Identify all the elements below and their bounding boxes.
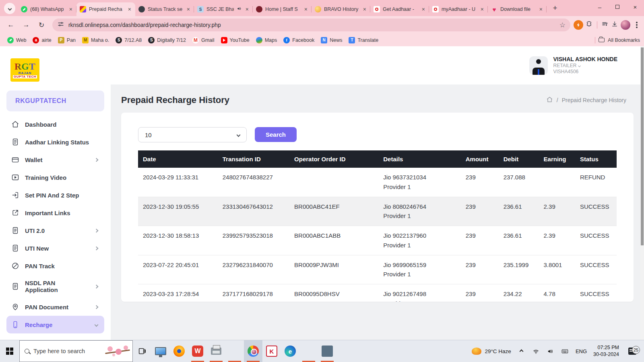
taskbar-app-printer[interactable]	[207, 340, 225, 362]
tab-close-icon[interactable]: ×	[480, 6, 485, 12]
search-button[interactable]: Search	[255, 127, 297, 142]
bookmark-item[interactable]: YouTube	[218, 36, 253, 45]
taskbar-app-wps[interactable]: W	[188, 340, 207, 362]
language-indicator[interactable]: ENG	[576, 348, 587, 354]
downloads-icon[interactable]	[611, 21, 618, 29]
sidebar-item-training-video[interactable]: Training Video	[6, 169, 104, 186]
tray-expand-button[interactable]	[518, 350, 526, 353]
tab-close-icon[interactable]: ×	[303, 6, 308, 12]
taskbar-app-file-explorer[interactable]	[225, 340, 244, 362]
tab-close-icon[interactable]: ×	[68, 6, 73, 12]
all-bookmarks[interactable]: All Bookmarks	[595, 37, 640, 43]
browser-tab[interactable]: Get Aadhaar -×	[370, 2, 429, 16]
tab-close-icon[interactable]: ×	[186, 6, 191, 12]
menu-kebab-icon[interactable]	[636, 24, 638, 26]
maximize-button[interactable]	[609, 0, 626, 14]
scrollbar-thumb[interactable]	[641, 47, 644, 245]
sidebar-item-recharge[interactable]: Recharge	[6, 316, 104, 333]
sidebar-item-pan-track[interactable]: PAN Track	[6, 257, 104, 275]
sidebar-item-aadhar-linking-status[interactable]: Aadhar Linking Status	[6, 133, 104, 151]
tab-search-button[interactable]	[4, 3, 15, 14]
sidebar-item-set-pin-and-2-step[interactable]: Set PIN And 2 Step	[6, 186, 104, 204]
user-role-dropdown[interactable]: RETAILER	[553, 63, 617, 69]
home-icon[interactable]	[546, 96, 553, 104]
lightning-extension-icon[interactable]	[574, 20, 583, 30]
extensions-icon[interactable]	[586, 21, 593, 29]
forward-button[interactable]: →	[20, 19, 33, 31]
bookmark-star-icon[interactable]: ☆	[559, 21, 566, 29]
reload-button[interactable]: ↻	[35, 19, 48, 31]
translate-favicon: T	[349, 37, 355, 43]
sidebar-item-uti-new[interactable]: UTI New	[6, 239, 104, 257]
wifi-icon[interactable]	[532, 348, 540, 355]
taskbar-app-chrome[interactable]	[244, 340, 262, 362]
playlist-icon[interactable]	[601, 21, 609, 29]
taskbar-app-k-app[interactable]: K	[262, 340, 281, 362]
browser-tab[interactable]: (68) WhatsApp×	[18, 2, 76, 16]
sidebar-item-dashboard[interactable]: Dashboard	[6, 115, 104, 133]
chevron-down-icon	[237, 133, 241, 137]
taskbar-app-media-player[interactable]	[299, 340, 318, 362]
clock[interactable]: 07:25 PM 30-03-2024	[593, 344, 619, 358]
browser-tab[interactable]: ♥Download file×	[488, 2, 547, 16]
task-view-button[interactable]	[133, 340, 151, 362]
page-size-select[interactable]: 10	[138, 127, 247, 142]
notification-center-button[interactable]: 25	[625, 348, 639, 355]
minimize-button[interactable]: –	[591, 0, 609, 14]
bookmark-item[interactable]: S7/12.A8	[112, 36, 145, 45]
back-button[interactable]: ←	[4, 19, 17, 31]
close-button[interactable]: ×	[626, 0, 644, 14]
tab-close-icon[interactable]: ×	[245, 6, 250, 12]
sidebar-item-wallet[interactable]: Wallet	[6, 151, 104, 169]
taskbar-search[interactable]	[19, 340, 133, 362]
bookmark-item[interactable]: MMaha o.	[79, 36, 112, 45]
new-tab-button[interactable]: +	[549, 2, 561, 14]
start-button[interactable]	[0, 340, 19, 362]
page-scrollbar[interactable]	[640, 46, 644, 340]
cell-amount: 239	[462, 197, 500, 226]
title-row: Prepaid Recharge History / Prepaid Recha…	[111, 84, 644, 113]
browser-tab[interactable]: Prepaid Recha×	[76, 2, 135, 16]
sidebar-item-uti-2-0[interactable]: UTI 2.0	[6, 222, 104, 239]
cell-debit: 237.088	[500, 168, 540, 197]
bookmark-item[interactable]: PPan	[55, 36, 79, 45]
tab-close-icon[interactable]: ×	[362, 6, 367, 12]
window-controls: – ×	[591, 0, 644, 14]
bookmark-item[interactable]: fFacebook	[280, 36, 318, 45]
taskbar-app-calculator[interactable]	[318, 340, 336, 362]
taskbar-search-input[interactable]	[33, 348, 98, 354]
volume-icon[interactable]	[547, 348, 555, 355]
tab-close-icon[interactable]: ×	[539, 6, 543, 12]
browser-tab[interactable]: myAadhaar - U×	[429, 2, 488, 16]
address-bar[interactable]: rknsdl.onlinepsa.com/dashboard/prepaid-r…	[52, 19, 570, 31]
tab-close-icon[interactable]: ×	[421, 6, 426, 12]
taskbar-app-firefox[interactable]	[170, 340, 188, 362]
tab-close-icon[interactable]: ×	[127, 6, 132, 12]
user-avatar[interactable]	[529, 56, 548, 75]
bookmark-item[interactable]: aairte	[29, 36, 54, 45]
bookmark-item[interactable]: TTranslate	[345, 36, 382, 45]
bookmark-item[interactable]: Web	[4, 36, 29, 45]
browser-tab[interactable]: SSSC JE Bha×	[194, 2, 253, 16]
keyboard-icon[interactable]	[561, 348, 569, 355]
profile-avatar[interactable]	[621, 20, 630, 30]
bookmark-item[interactable]: NNews	[318, 36, 345, 45]
logo-line1: RAJAN	[19, 72, 32, 75]
sidebar-item-nsdl-pan-application[interactable]: NSDL PAN Application	[6, 275, 104, 298]
cell-date: 2023-07-22 20:45:01	[138, 255, 219, 284]
user-role-label: RETAILER	[553, 63, 577, 69]
browser-tab[interactable]: BRAVO History×	[312, 2, 370, 16]
bookmark-item[interactable]: MGmail	[189, 36, 218, 45]
sidebar-item-important-links[interactable]: Important Links	[6, 204, 104, 222]
bookmark-item[interactable]: SDigitally 7/12	[145, 36, 189, 45]
taskbar-app-edge[interactable]: e	[281, 340, 299, 362]
browser-tab[interactable]: Home | Staff S×	[253, 2, 312, 16]
bookmark-item[interactable]: Maps	[253, 36, 281, 45]
search-icon	[25, 349, 29, 354]
weather-widget[interactable]: 29°C Haze	[472, 348, 511, 355]
site-info-icon[interactable]	[57, 21, 64, 29]
browser-tab[interactable]: Status Track se×	[135, 2, 194, 16]
sidebar-item-pan-document[interactable]: PAN Document	[6, 298, 104, 316]
taskbar-app-pc[interactable]	[151, 340, 170, 362]
tab-label: myAadhaar - U	[442, 6, 477, 12]
